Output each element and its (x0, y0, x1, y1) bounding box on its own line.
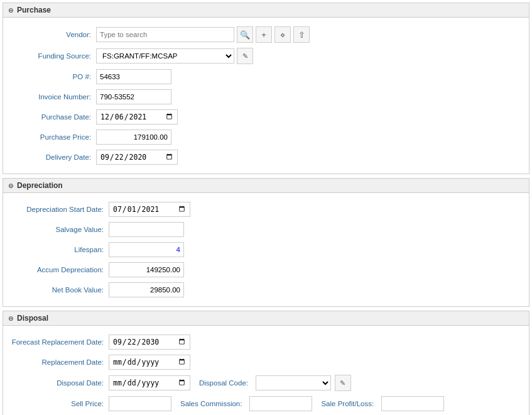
accum-depreciation-row: Accum Depreciation: (3, 261, 529, 279)
replacement-date-input[interactable] (109, 355, 190, 370)
depreciation-section-header[interactable]: ⊝ Depreciation (3, 178, 529, 193)
funding-source-edit-button[interactable]: ✎ (237, 48, 253, 64)
salvage-value-row: Salvage Value: (3, 221, 529, 238)
disposal-code-label: Disposal Code: (194, 379, 252, 387)
net-book-value-input[interactable] (109, 282, 184, 297)
disposal-date-label: Disposal Date: (8, 379, 109, 387)
edit-icon: ✎ (242, 52, 248, 60)
purchase-date-label: Purchase Date: (8, 113, 96, 121)
purchase-section-content: Vendor: 🔍 + ⋄ ⇧ (3, 18, 529, 174)
vendor-add-button[interactable]: + (256, 26, 272, 43)
sell-price-row: Sell Price: Sales Commission: Sale Profi… (3, 395, 529, 412)
accum-depreciation-label: Accum Depreciation: (8, 266, 109, 274)
forecast-replacement-date-label: Forecast Replacement Date: (8, 338, 109, 346)
sell-price-label: Sell Price: (8, 400, 109, 407)
disposal-date-input[interactable] (109, 375, 190, 390)
purchase-toggle-icon: ⊝ (8, 7, 13, 14)
salvage-value-label: Salvage Value: (8, 226, 109, 233)
sale-profit-loss-label: Sale Profit/Loss: (316, 400, 377, 407)
invoice-number-label: Invoice Number: (8, 93, 96, 101)
depreciation-start-date-row: Depreciation Start Date: (3, 201, 529, 218)
accum-depreciation-input[interactable] (109, 262, 184, 277)
disposal-date-code-row: Disposal Date: Disposal Code: ✎ (3, 374, 529, 392)
disposal-section-title: Disposal (17, 314, 48, 323)
vendor-input-group: 🔍 + ⋄ ⇧ (96, 26, 310, 43)
po-number-label: PO #: (8, 73, 96, 80)
sell-price-group: Sales Commission: Sale Profit/Loss: (109, 396, 444, 411)
depreciation-toggle-icon: ⊝ (8, 182, 13, 189)
vendor-row: Vendor: 🔍 + ⋄ ⇧ (3, 25, 529, 44)
delivery-date-row: Delivery Date: (3, 148, 529, 166)
vendor-tree-button[interactable]: ⋄ (274, 26, 291, 43)
lifespan-label: Lifespan: (8, 246, 109, 253)
vendor-search-button[interactable]: 🔍 (237, 26, 253, 43)
net-book-value-row: Net Book Value: (3, 281, 529, 299)
disposal-toggle-icon: ⊝ (8, 315, 13, 322)
funding-source-input-group: FS:GRANT/FF:MCSAP FS:STATE/FF:STATE FS:L… (96, 48, 253, 64)
search-icon: 🔍 (240, 30, 250, 40)
delivery-date-label: Delivery Date: (8, 153, 96, 161)
forecast-replacement-date-input[interactable] (109, 335, 190, 350)
purchase-price-input[interactable] (96, 130, 171, 145)
depreciation-start-date-label: Depreciation Start Date: (8, 206, 109, 213)
vendor-label: Vendor: (8, 31, 96, 38)
sales-commission-label: Sales Commission: (175, 400, 246, 407)
forecast-replacement-date-row: Forecast Replacement Date: (3, 333, 529, 351)
disposal-section: ⊝ Disposal Forecast Replacement Date: Re… (3, 311, 529, 415)
plus-icon: + (261, 30, 266, 40)
depreciation-section: ⊝ Depreciation Depreciation Start Date: … (3, 178, 529, 307)
disposal-edit-icon: ✎ (340, 379, 345, 387)
disposal-section-header[interactable]: ⊝ Disposal (3, 311, 529, 326)
funding-source-select[interactable]: FS:GRANT/FF:MCSAP FS:STATE/FF:STATE FS:L… (96, 48, 234, 64)
tree-icon: ⋄ (280, 30, 285, 40)
depreciation-start-date-input[interactable] (109, 202, 190, 217)
purchase-price-row: Purchase Price: (3, 128, 529, 146)
delivery-date-input[interactable] (96, 150, 178, 165)
purchase-date-input[interactable] (96, 109, 178, 124)
invoice-number-row: Invoice Number: (3, 88, 529, 106)
lifespan-input[interactable] (109, 242, 184, 257)
sell-price-input[interactable] (109, 396, 171, 411)
purchase-section-title: Purchase (17, 6, 51, 14)
net-book-value-label: Net Book Value: (8, 286, 109, 294)
purchase-date-row: Purchase Date: (3, 108, 529, 126)
po-number-input[interactable] (96, 69, 171, 84)
disposal-date-code-group: Disposal Code: ✎ (109, 375, 351, 391)
disposal-code-edit-button[interactable]: ✎ (335, 375, 351, 391)
depreciation-section-title: Depreciation (17, 181, 63, 190)
depreciation-section-content: Depreciation Start Date: Salvage Value: … (3, 193, 529, 307)
replacement-date-label: Replacement Date: (8, 358, 109, 366)
upload-icon: ⇧ (298, 30, 305, 40)
purchase-price-label: Purchase Price: (8, 133, 96, 141)
sales-commission-input[interactable] (249, 396, 312, 411)
salvage-value-input[interactable] (109, 222, 184, 237)
replacement-date-row: Replacement Date: (3, 353, 529, 371)
purchase-section: ⊝ Purchase Vendor: 🔍 + ⋄ (3, 3, 529, 174)
disposal-section-content: Forecast Replacement Date: Replacement D… (3, 326, 529, 415)
po-number-row: PO #: (3, 68, 529, 86)
main-wrapper: ⊝ Purchase Vendor: 🔍 + ⋄ (0, 0, 532, 415)
vendor-upload-button[interactable]: ⇧ (293, 26, 310, 43)
sale-profit-loss-input[interactable] (381, 396, 444, 411)
invoice-number-input[interactable] (96, 89, 171, 104)
disposal-code-select[interactable] (256, 375, 331, 390)
lifespan-row: Lifespan: (3, 241, 529, 258)
funding-source-label: Funding Source: (8, 52, 96, 60)
vendor-search-input[interactable] (96, 27, 234, 42)
purchase-section-header[interactable]: ⊝ Purchase (3, 3, 529, 18)
funding-source-row: Funding Source: FS:GRANT/FF:MCSAP FS:STA… (3, 47, 529, 65)
